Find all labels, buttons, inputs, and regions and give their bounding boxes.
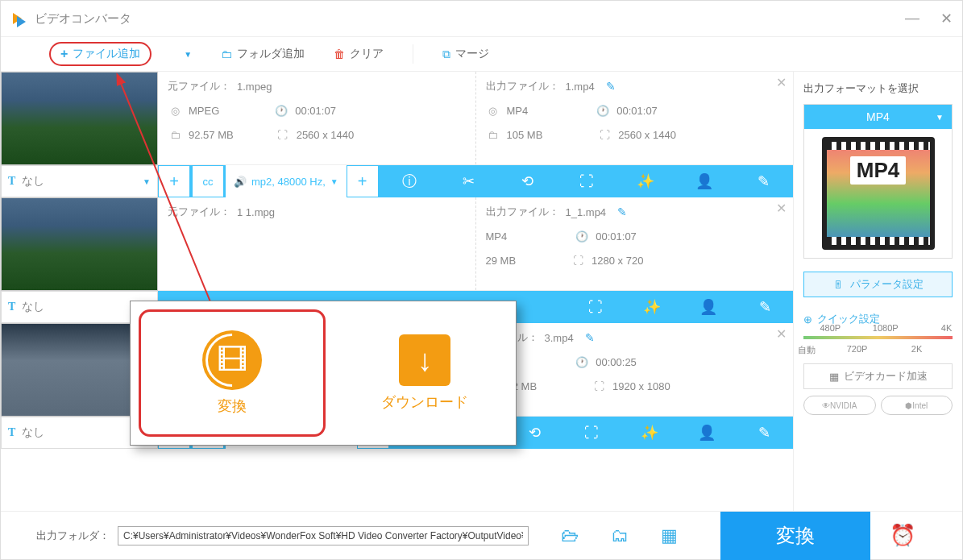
edit-tool-icon[interactable]: ✎ [737, 298, 793, 316]
add-folder-button[interactable]: 🗀 フォルダ追加 [221, 47, 305, 61]
info-tool-icon[interactable]: ⓘ [380, 172, 439, 191]
crop-tool-icon[interactable]: ⛶ [557, 172, 616, 191]
src-file-label: 元ファイル： [168, 205, 230, 219]
clear-button[interactable]: 🗑 クリア [334, 47, 384, 61]
subtitle-icon: T [8, 301, 15, 313]
convert-button[interactable]: 変換 [720, 512, 870, 560]
src-file-name: 1 1.mpg [237, 206, 275, 218]
quality-slider[interactable]: 480P 1080P 4K 自動 720P 2K [803, 336, 953, 339]
intel-icon: ⬢ [905, 401, 912, 410]
out-size: 29 MB [486, 255, 517, 267]
tick-2k: 2K [911, 344, 922, 354]
gpu-accel-button[interactable]: ▦ビデオカード加速 [803, 363, 953, 389]
rotate-tool-icon[interactable]: ⟲ [498, 172, 557, 191]
output-folder-label: 出力フォルダ： [36, 529, 110, 543]
crop-tool-icon[interactable]: ⛶ [563, 423, 621, 442]
effects-tool-icon[interactable]: ✨ [621, 423, 678, 442]
out-file-name: 1_1.mp4 [566, 206, 607, 218]
watermark-tool-icon[interactable]: 👤 [680, 298, 737, 316]
out-file-label: 出力ファイル： [486, 79, 559, 93]
watermark-tool-icon[interactable]: 👤 [678, 423, 735, 442]
clear-label: クリア [350, 47, 384, 61]
clock-icon: 🕐 [575, 355, 589, 369]
cut-tool-icon[interactable]: ✂ [439, 172, 498, 191]
merge-button[interactable]: ⧉ マージ [442, 47, 489, 61]
out-duration: 00:01:07 [596, 230, 637, 243]
convert-label: 変換 [218, 396, 247, 416]
chevron-down-icon: ▼ [330, 177, 338, 186]
clock-icon: 🕐 [575, 229, 589, 243]
edit-icon[interactable]: ✎ [606, 80, 616, 93]
output-format-box[interactable]: MP4▼ MP4 [803, 104, 953, 259]
chip-icon: ▦ [829, 371, 839, 383]
tick-480p: 480P [820, 323, 841, 333]
settings-icon[interactable]: ▦ [661, 525, 678, 546]
intel-chip: ⬢Intel [881, 396, 953, 415]
remove-file-icon[interactable]: ✕ [776, 326, 787, 342]
remove-file-icon[interactable]: ✕ [776, 75, 787, 90]
param-label: パラメータ設定 [850, 277, 924, 292]
out-duration: 00:01:07 [616, 105, 658, 117]
schedule-icon[interactable]: ⏰ [878, 512, 927, 560]
edit-icon[interactable]: ✎ [585, 331, 595, 344]
mp4-badge: MP4 [850, 156, 906, 185]
parameter-settings-button[interactable]: 🎚パラメータ設定 [803, 272, 953, 297]
chevron-down-icon: ▼ [143, 177, 151, 186]
clock-icon: 🕐 [274, 103, 288, 118]
add-subtitle-button[interactable]: + [158, 165, 190, 197]
convert-mode-option[interactable]: 🎞 変換 [139, 309, 326, 437]
remove-file-icon[interactable]: ✕ [776, 201, 787, 216]
tick-4k: 4K [941, 323, 952, 333]
merge-label: マージ [455, 47, 489, 61]
add-audio-button[interactable]: + [347, 165, 379, 197]
video-thumbnail[interactable] [1, 72, 158, 165]
video-thumbnail[interactable] [1, 197, 158, 291]
nvidia-icon: 👁 [822, 401, 830, 410]
subtitle-value: なし [22, 174, 44, 189]
resolution-icon: ⛶ [597, 127, 612, 142]
format-tab-label: MP4 [866, 110, 890, 123]
subtitle-select[interactable]: Tなし▼ [1, 165, 158, 197]
src-duration: 00:01:07 [295, 105, 336, 117]
speaker-icon: 🔊 [234, 176, 247, 188]
resolution-icon: ⛶ [591, 379, 606, 393]
output-folder-input[interactable] [118, 526, 529, 545]
add-file-label: ファイル追加 [73, 47, 140, 61]
subtitle-icon: T [8, 426, 15, 439]
out-format: MP4 [507, 105, 529, 117]
edit-tool-icon[interactable]: ✎ [736, 423, 793, 442]
effects-tool-icon[interactable]: ✨ [616, 172, 675, 191]
folder-icon: 🗀 [221, 48, 232, 60]
resolution-icon: ⛶ [571, 253, 585, 268]
browse-folder-icon[interactable]: 🗁 [561, 525, 579, 546]
gpu-label: ビデオカード加速 [844, 369, 928, 384]
out-res: 1920 x 1080 [612, 380, 670, 392]
mode-popup: 🎞 変換 ↓ ダウンロード [130, 301, 517, 446]
edit-icon[interactable]: ✎ [617, 205, 627, 218]
src-size: 92.57 MB [189, 129, 234, 141]
chevron-down-icon: ▼ [936, 113, 944, 122]
cc-button[interactable]: cc [192, 165, 224, 197]
add-file-button[interactable]: + ファイル追加 [49, 42, 152, 66]
resolution-icon: ⛶ [276, 127, 290, 142]
nvidia-chip: 👁NVIDIA [803, 396, 876, 415]
out-format: MP4 [486, 230, 508, 243]
crop-tool-icon[interactable]: ⛶ [567, 298, 624, 316]
add-file-dropdown-icon[interactable]: ▼ [184, 50, 192, 59]
output-format-header: 出力フォーマットを選択 [803, 81, 953, 96]
clock-icon: 🕐 [596, 103, 610, 118]
watermark-tool-icon[interactable]: 👤 [675, 172, 734, 191]
download-icon: ↓ [399, 334, 450, 386]
size-icon: 🗀 [486, 127, 500, 142]
size-icon: 🗀 [168, 127, 182, 142]
close-icon[interactable]: ✕ [940, 10, 953, 27]
open-folder-icon[interactable]: 🗂 [611, 525, 629, 546]
subtitle-icon: T [8, 175, 15, 188]
effects-tool-icon[interactable]: ✨ [624, 298, 680, 316]
download-mode-option[interactable]: ↓ ダウンロード [334, 301, 516, 445]
edit-tool-icon[interactable]: ✎ [734, 172, 793, 191]
subtitle-value: なし [22, 300, 44, 314]
minimize-icon[interactable]: — [905, 10, 919, 27]
convert-button-label: 変換 [776, 523, 815, 549]
audio-select[interactable]: 🔊mp2, 48000 Hz,▼ [226, 165, 347, 197]
